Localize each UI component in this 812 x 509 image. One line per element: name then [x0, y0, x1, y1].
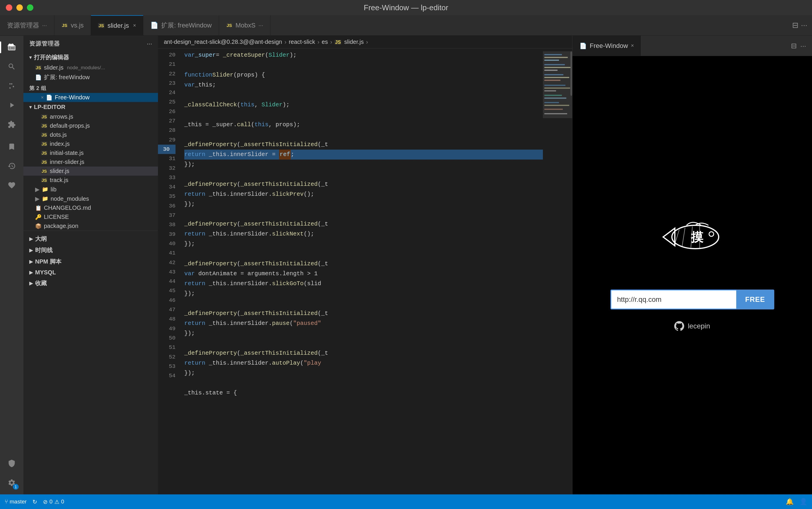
tab-more-mobx-icon[interactable]: ··· [258, 22, 263, 29]
breadcrumb-item-2[interactable]: react-slick [289, 39, 315, 45]
sidebar-bottom: ▶ 大纲 ▶ 时间线 ▶ NPM 脚本 ▶ MYSQL ▶ 收藏 [23, 231, 158, 291]
url-input[interactable] [611, 290, 736, 309]
chevron-right-icon: ▶ [35, 186, 39, 193]
activity-source-control[interactable] [3, 77, 21, 95]
activity-history[interactable] [3, 157, 21, 175]
svg-rect-16 [544, 98, 566, 99]
breadcrumb-item-3[interactable]: es [322, 39, 328, 45]
file-arrows[interactable]: JS arrows.js [23, 112, 158, 121]
tab-slider[interactable]: JS slider.js × [91, 15, 143, 35]
split-view-icon[interactable]: ⊟ [791, 42, 797, 50]
file-index[interactable]: JS index.js [23, 139, 158, 148]
file-name: dots.js [50, 132, 67, 138]
right-panel-tabs: 📄 Free-Window × ⊟ ··· [572, 36, 812, 56]
outline-label: 大纲 [35, 235, 47, 243]
code-line-45 [184, 299, 543, 309]
code-content[interactable]: var _super = _createSuper(Slider); funct… [181, 48, 543, 495]
file-default-props[interactable]: JS default-props.js [23, 121, 158, 130]
close-button[interactable] [6, 4, 12, 11]
minimize-button[interactable] [17, 4, 23, 11]
folder-lib[interactable]: ▶ 📁 lib [23, 185, 158, 194]
breadcrumb: ant-design_react-slick@0.28.3@@ant-desig… [158, 36, 572, 48]
github-icon [674, 321, 684, 331]
tab-more-icon[interactable]: ··· [42, 22, 47, 29]
file-changelog[interactable]: 📋 CHANGELOG.md [23, 203, 158, 212]
split-editor-icon[interactable]: ⊟ [792, 21, 799, 30]
svg-rect-15 [544, 95, 562, 96]
notifications-icon[interactable]: 🔔 [786, 498, 793, 506]
more-actions-icon[interactable]: ··· [147, 40, 152, 47]
file-license[interactable]: 🔑 LICENSE [23, 212, 158, 222]
file-track[interactable]: JS track.js [23, 176, 158, 185]
errors-warnings[interactable]: ⊘ 0 ⚠ 0 [43, 499, 64, 505]
github-link[interactable]: lecepin [674, 321, 710, 331]
open-file-slider[interactable]: JS slider.js node_modules/... [23, 63, 158, 72]
activity-settings[interactable]: 1 [3, 474, 21, 491]
mysql-header[interactable]: ▶ MYSQL [23, 267, 158, 278]
open-file-free-window[interactable]: × 📄 Free-Window [23, 93, 158, 102]
activity-bookmarks[interactable] [3, 138, 21, 156]
timeline-header[interactable]: ▶ 时间线 [23, 244, 158, 256]
code-line-54: _this.state = { [184, 388, 543, 398]
activity-shield[interactable] [3, 455, 21, 472]
activity-search[interactable] [3, 58, 21, 75]
error-count: 0 [50, 499, 53, 505]
git-branch[interactable]: ⑂ master [5, 499, 27, 505]
editor-area: ant-design_react-slick@0.28.3@@ant-desig… [158, 36, 572, 495]
free-button[interactable]: FREE [736, 290, 774, 309]
settings-badge: 1 [13, 484, 19, 490]
github-username: lecepin [688, 322, 710, 330]
file-name: inner-slider.js [50, 159, 84, 165]
svg-rect-17 [544, 102, 559, 103]
activity-bar: 1 [0, 36, 23, 495]
code-line-53 [184, 378, 543, 388]
more-actions-right-icon[interactable]: ··· [800, 42, 806, 50]
file-package[interactable]: 📦 package.json [23, 222, 158, 231]
file-slider-active[interactable]: JS slider.js [23, 167, 158, 176]
favorites-header[interactable]: ▶ 收藏 [23, 278, 158, 289]
tab-resources[interactable]: 资源管理器 ··· [0, 15, 54, 35]
code-line-43: return _this.innerSlider.slickGoTo(slid [184, 279, 543, 289]
free-window-content: 摸 FREE lecepin [572, 56, 812, 495]
outline-header[interactable]: ▶ 大纲 [23, 233, 158, 244]
free-window-tab[interactable]: 📄 Free-Window × [572, 36, 641, 56]
code-line-26 [184, 110, 543, 120]
file-path: node_modules/... [67, 65, 105, 71]
sync-status[interactable]: ↻ [32, 499, 37, 505]
more-actions-icon[interactable]: ··· [801, 21, 807, 30]
file-inner-slider[interactable]: JS inner-slider.js [23, 158, 158, 167]
fish-logo-svg: 摸 [654, 219, 730, 278]
svg-rect-19 [544, 109, 563, 110]
code-line-39: }); [184, 239, 543, 249]
status-right-icon2[interactable]: 👤 [800, 498, 807, 506]
tab-close-icon[interactable]: × [133, 23, 136, 29]
sidebar-title: 资源管理器 [29, 40, 60, 47]
activity-explorer[interactable] [3, 39, 21, 56]
open-editors-header[interactable]: ▾ 打开的编辑器 [23, 52, 158, 63]
open-file-freewindow[interactable]: 📄 扩展: freeWindow [23, 72, 158, 82]
lp-editor-header[interactable]: ▾ LP-EDITOR [23, 102, 158, 112]
tab-vsjs[interactable]: JS vs.js [54, 15, 91, 35]
file-tree: ▾ 打开的编辑器 JS slider.js node_modules/... 📄… [23, 52, 158, 495]
activity-likes[interactable] [3, 176, 21, 194]
file-name: slider.js [50, 168, 69, 174]
right-panel-tab-label: Free-Window [590, 42, 628, 50]
file-initial-state[interactable]: JS initial-state.js [23, 148, 158, 158]
activity-run[interactable] [3, 96, 21, 114]
svg-line-26 [682, 228, 685, 246]
folder-icon: 📁 [42, 186, 48, 193]
code-line-32 [184, 169, 543, 179]
activity-extensions[interactable] [3, 116, 21, 133]
maximize-button[interactable] [27, 4, 33, 11]
tab-freewindow[interactable]: 📄 扩展: freeWindow [143, 15, 219, 35]
folder-node-modules[interactable]: ▶ 📁 node_modules [23, 194, 158, 203]
js-icon: JS [41, 169, 48, 174]
file-dots[interactable]: JS dots.js [23, 130, 158, 139]
tab-mobx-label: MobxS [236, 22, 255, 29]
tab-mobx[interactable]: JS MobxS ··· [219, 15, 271, 35]
close-icon[interactable]: × [41, 95, 43, 100]
right-panel-close-icon[interactable]: × [631, 43, 634, 49]
code-line-35: }); [184, 199, 543, 209]
breadcrumb-item-1[interactable]: ant-design_react-slick@0.28.3@@ant-desig… [164, 39, 282, 45]
npm-scripts-header[interactable]: ▶ NPM 脚本 [23, 256, 158, 267]
